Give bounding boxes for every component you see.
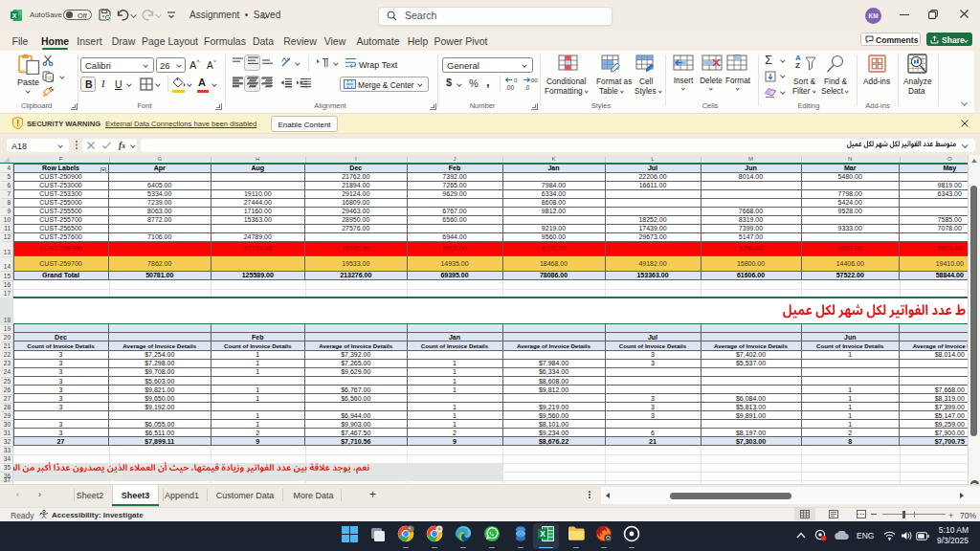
svg-text:.0: .0 [524, 84, 530, 91]
svg-text:0: 0 [514, 77, 518, 83]
svg-text:00: 00 [531, 77, 538, 83]
svg-text:X: X [12, 12, 17, 19]
svg-text:X: X [540, 529, 546, 539]
svg-text:.00: .00 [505, 84, 514, 91]
